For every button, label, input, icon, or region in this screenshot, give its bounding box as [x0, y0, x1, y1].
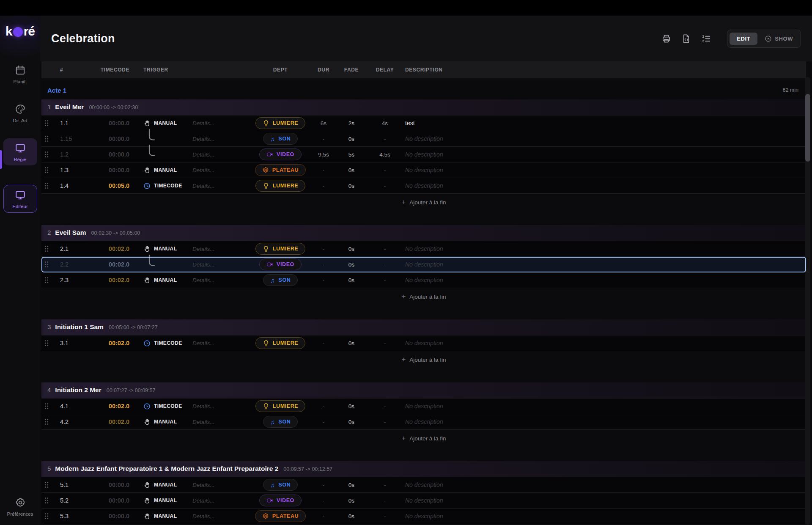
trigger-cell[interactable]: MANUAL [130, 513, 187, 520]
timecode-field[interactable]: 00:00.0 [109, 497, 130, 504]
dept-badge-son[interactable]: ♫SON [263, 479, 298, 491]
details-field[interactable]: Details... [187, 277, 251, 283]
trigger-cell[interactable] [130, 261, 187, 267]
details-field[interactable]: Details... [187, 403, 251, 410]
description-field[interactable]: No description [404, 277, 806, 283]
cue-row[interactable]: 1.400:05.0TIMECODEDetails...LUMIERE-0s-N… [41, 178, 806, 194]
drag-handle[interactable] [41, 418, 49, 425]
description-field[interactable]: No description [404, 481, 806, 488]
cue-row[interactable]: 5.200:00.0MANUALDetails...VIDEO-0s-No de… [41, 493, 806, 509]
cue-row[interactable]: 3.100:02.0TIMECODEDetails...LUMIERE-0s-N… [41, 335, 806, 351]
description-field[interactable]: test [404, 120, 806, 126]
sidebar-item-rgie[interactable]: Régie [3, 138, 37, 165]
description-field[interactable]: No description [404, 151, 806, 158]
dept-badge-son[interactable]: ♫SON [263, 416, 298, 428]
description-field[interactable]: No description [404, 403, 806, 410]
details-field[interactable]: Details... [187, 136, 251, 142]
trigger-cell[interactable] [130, 136, 187, 142]
drag-handle[interactable] [41, 120, 49, 126]
dept-badge-video[interactable]: VIDEO [259, 258, 302, 270]
trigger-cell[interactable]: TIMECODE [130, 182, 187, 190]
details-field[interactable]: Details... [187, 120, 251, 126]
drag-handle[interactable] [41, 167, 49, 173]
cue-row[interactable]: 1.200:00.0Details...VIDEO9.5s5s4.5sNo de… [41, 147, 806, 162]
drag-handle[interactable] [41, 513, 49, 520]
trigger-cell[interactable]: MANUAL [130, 277, 187, 284]
dept-badge-lumiere[interactable]: LUMIERE [255, 337, 305, 349]
dept-badge-lumiere[interactable]: LUMIERE [255, 180, 305, 192]
description-field[interactable]: No description [404, 418, 806, 425]
details-field[interactable]: Details... [187, 261, 251, 268]
file-export-icon[interactable] [681, 34, 691, 44]
section-header[interactable]: 5Modern Jazz Enfant Preparatoire 1 & Mod… [41, 461, 806, 477]
description-field[interactable]: No description [404, 261, 806, 268]
trigger-cell[interactable]: MANUAL [130, 418, 187, 426]
timecode-field[interactable]: 00:00.0 [109, 120, 130, 126]
timecode-field[interactable]: 00:00.0 [109, 167, 130, 173]
description-field[interactable]: No description [404, 135, 806, 142]
trigger-cell[interactable]: MANUAL [130, 245, 187, 253]
timecode-field[interactable]: 00:02.0 [109, 403, 130, 410]
drag-handle[interactable] [41, 497, 49, 504]
drag-handle[interactable] [41, 182, 49, 189]
edit-button[interactable]: EDIT [730, 33, 757, 45]
drag-handle[interactable] [41, 340, 49, 346]
timecode-field[interactable]: 00:00.0 [109, 481, 130, 488]
details-field[interactable]: Details... [187, 482, 251, 488]
timecode-field[interactable]: 00:02.0 [109, 277, 130, 283]
dept-badge-son[interactable]: ♫SON [263, 133, 298, 145]
sidebar-item-editeur[interactable]: Editeur [3, 185, 37, 213]
sidebar-item-planif[interactable]: Planif. [3, 60, 37, 88]
dept-badge-lumiere[interactable]: LUMIERE [255, 243, 305, 255]
dept-badge-video[interactable]: VIDEO [259, 495, 302, 506]
sidebar-item-preferences[interactable]: Préférences [3, 493, 37, 520]
description-field[interactable]: No description [404, 497, 806, 504]
trigger-cell[interactable]: TIMECODE [130, 340, 187, 347]
dept-badge-son[interactable]: ♫SON [263, 274, 298, 286]
trigger-cell[interactable]: MANUAL [130, 167, 187, 174]
section-header[interactable]: 4Initiation 2 Mer00:07:27 -> 00:09:57 [41, 382, 806, 398]
timecode-field[interactable]: 00:02.0 [109, 418, 130, 425]
section-header[interactable]: 2Eveil Sam00:02:30 -> 00:05:00 [41, 225, 806, 241]
drag-handle[interactable] [41, 403, 49, 410]
cue-row[interactable]: 2.300:02.0MANUALDetails...♫SON-0s-No des… [41, 272, 806, 288]
cue-row[interactable]: 1.300:00.0MANUALDetails...PLATEAU-0s-No … [41, 162, 806, 178]
cue-row[interactable]: 5.100:00.0MANUALDetails...♫SON-0s-No des… [41, 477, 806, 493]
details-field[interactable]: Details... [187, 167, 251, 173]
timecode-field[interactable]: 00:05.0 [109, 182, 130, 189]
dept-badge-lumiere[interactable]: LUMIERE [255, 117, 305, 129]
description-field[interactable]: No description [404, 513, 806, 520]
act-label[interactable]: Acte 1 [47, 87, 66, 94]
cue-row[interactable]: 4.100:02.0TIMECODEDetails...LUMIERE-0s-N… [41, 399, 806, 414]
drag-handle[interactable] [41, 481, 49, 488]
dept-badge-plateau[interactable]: PLATEAU [255, 510, 306, 522]
scrollbar-thumb[interactable] [805, 94, 810, 162]
description-field[interactable]: No description [404, 167, 806, 173]
vertical-scrollbar[interactable] [805, 77, 810, 525]
details-field[interactable]: Details... [187, 151, 251, 158]
description-field[interactable]: No description [404, 182, 806, 189]
details-field[interactable]: Details... [187, 340, 251, 346]
add-cue-button[interactable]: +Ajouter à la fin [41, 195, 806, 210]
description-field[interactable]: No description [404, 245, 806, 252]
timecode-field[interactable]: 00:00.0 [109, 513, 130, 520]
details-field[interactable]: Details... [187, 246, 251, 252]
section-header[interactable]: 3Initiation 1 Sam00:05:00 -> 00:07:27 [41, 319, 806, 335]
timecode-field[interactable]: 00:02.0 [109, 261, 130, 268]
numbered-list-icon[interactable]: 12 [701, 34, 711, 44]
dept-badge-plateau[interactable]: PLATEAU [255, 164, 306, 176]
section-header[interactable]: 1Eveil Mer00:00:00 -> 00:02:30 [41, 99, 806, 115]
trigger-cell[interactable]: MANUAL [130, 120, 187, 127]
drag-handle[interactable] [41, 151, 49, 158]
timecode-field[interactable]: 00:02.0 [109, 245, 130, 252]
drag-handle[interactable] [41, 277, 49, 283]
sidebar-item-dirart[interactable]: Dir. Art [3, 99, 37, 126]
details-field[interactable]: Details... [187, 513, 251, 520]
cue-row[interactable]: 5.300:00.0MANUALDetails...PLATEAU-0s-No … [41, 509, 806, 524]
dept-badge-video[interactable]: VIDEO [259, 148, 302, 160]
timecode-field[interactable]: 00:00.0 [109, 151, 130, 158]
trigger-cell[interactable] [130, 151, 187, 157]
dept-badge-lumiere[interactable]: LUMIERE [255, 400, 305, 412]
trigger-cell[interactable]: MANUAL [130, 497, 187, 504]
cue-row[interactable]: 4.200:02.0MANUALDetails...♫SON-0s-No des… [41, 414, 806, 430]
